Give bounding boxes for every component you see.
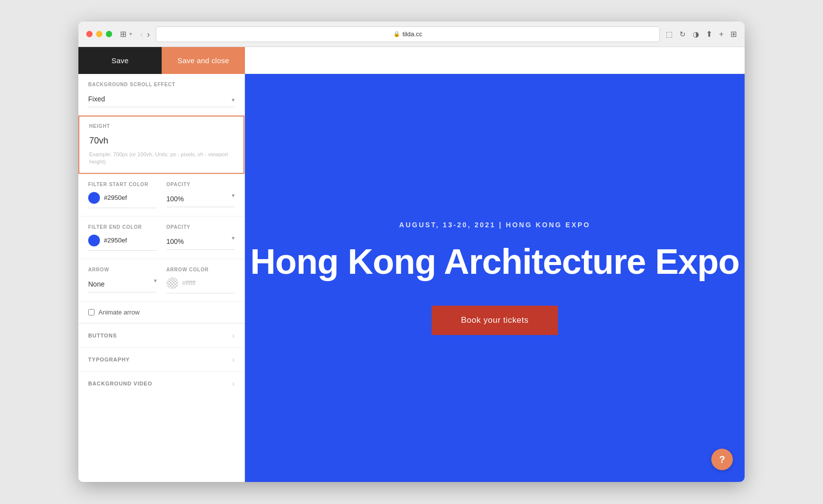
filter-start-row: FILTER START COLOR #2950ef OPACITY 100% … <box>88 182 235 208</box>
address-bar[interactable]: 🔒 tilda.cc <box>156 26 660 42</box>
filter-end-row: FILTER END COLOR #2950ef OPACITY 100% 90… <box>88 224 235 251</box>
save-close-button[interactable]: Save and close <box>162 47 245 74</box>
browser-window: ⊞ ▾ ‹ › 🔒 tilda.cc ⬚ ↻ ◑ ⬆ + ⊞ Save Save… <box>78 22 745 482</box>
filter-end-section: FILTER END COLOR #2950ef OPACITY 100% 90… <box>78 216 244 259</box>
height-hint: Example: 700px (or 100vh. Units: px - pi… <box>89 151 234 166</box>
sidebar-toggle-icon[interactable]: ⊞ <box>120 29 126 39</box>
arrow-row: ARROW None Arrow 1 Arrow 2 ▾ ARROW COLOR <box>88 267 235 293</box>
arrow-color-input: #ffffff <box>167 277 235 293</box>
nav-buttons: ‹ › <box>140 30 150 39</box>
close-button[interactable] <box>86 31 93 37</box>
filter-end-label: FILTER END COLOR <box>88 224 157 230</box>
preview-area: AUGUST, 13-20, 2021 | HONG KONG EXPO Hon… <box>245 74 745 482</box>
buttons-section-label: BUTTONS <box>88 333 117 338</box>
forward-button[interactable]: › <box>147 30 150 39</box>
animate-arrow-label: Animate arrow <box>98 309 140 316</box>
bg-video-chevron-icon: › <box>232 380 235 387</box>
contrast-icon[interactable]: ◑ <box>693 30 699 39</box>
animate-arrow-checkbox[interactable] <box>88 309 95 315</box>
filter-start-section: FILTER START COLOR #2950ef OPACITY 100% … <box>78 174 244 216</box>
arrow-color-label: ARROW COLOR <box>167 267 235 272</box>
typography-section-row[interactable]: TYPOGRAPHY › <box>78 347 244 371</box>
arrow-label: ARROW <box>88 267 157 272</box>
chevron-down-icon[interactable]: ▾ <box>129 31 132 37</box>
height-section: HEIGHT Example: 700px (or 100vh. Units: … <box>78 116 244 174</box>
browser-titlebar: ⊞ ▾ ‹ › 🔒 tilda.cc ⬚ ↻ ◑ ⬆ + ⊞ <box>78 22 745 47</box>
arrow-color-hex: #ffffff <box>182 279 196 287</box>
filter-start-hex: #2950ef <box>104 194 157 201</box>
bg-video-section-row[interactable]: BACKGROUND VIDEO › <box>78 371 244 395</box>
bg-scroll-label: BACKGROUND SCROLL EFFECT <box>88 82 235 87</box>
filter-end-swatch[interactable] <box>88 235 100 246</box>
bg-scroll-select[interactable]: Fixed Parallax None <box>88 92 235 107</box>
refresh-icon[interactable]: ↻ <box>679 30 686 39</box>
new-tab-icon[interactable]: + <box>719 30 724 39</box>
expo-subtitle: AUGUST, 13-20, 2021 | HONG KONG EXPO <box>399 221 590 229</box>
save-button[interactable]: Save <box>78 47 162 74</box>
filter-start-color-input: #2950ef <box>88 192 157 208</box>
buttons-chevron-icon: › <box>232 332 235 339</box>
window-controls: ⊞ ▾ <box>120 29 132 39</box>
help-button[interactable]: ? <box>711 449 733 470</box>
arrow-section: ARROW None Arrow 1 Arrow 2 ▾ ARROW COLOR <box>78 259 244 302</box>
filter-start-opacity-label: OPACITY <box>167 182 235 187</box>
filter-start-swatch[interactable] <box>88 192 100 204</box>
animate-arrow-row: Animate arrow <box>78 302 244 323</box>
bg-scroll-section: BACKGROUND SCROLL EFFECT Fixed Parallax … <box>78 74 244 116</box>
bg-video-section-label: BACKGROUND VIDEO <box>88 381 152 386</box>
filter-end-opacity-label: OPACITY <box>167 224 235 230</box>
share-icon[interactable]: ⬆ <box>706 29 712 39</box>
editor-body: BACKGROUND SCROLL EFFECT Fixed Parallax … <box>78 74 745 482</box>
fullscreen-button[interactable] <box>106 31 112 37</box>
buttons-section-row[interactable]: BUTTONS › <box>78 323 244 347</box>
arrow-color-col: ARROW COLOR #ffffff <box>167 267 235 293</box>
expo-title: Hong Kong Architecture Expo <box>250 242 739 281</box>
arrow-color-swatch[interactable] <box>167 277 178 289</box>
back-button[interactable]: ‹ <box>140 30 143 39</box>
arrow-col: ARROW None Arrow 1 Arrow 2 ▾ <box>88 267 157 292</box>
traffic-lights <box>86 31 112 37</box>
filter-start-color-col: FILTER START COLOR #2950ef <box>88 182 157 208</box>
editor-toolbar: Save Save and close <box>78 47 745 74</box>
arrow-select[interactable]: None Arrow 1 Arrow 2 <box>88 277 157 292</box>
filter-start-label: FILTER START COLOR <box>88 182 157 187</box>
url-text: tilda.cc <box>403 30 422 38</box>
filter-start-opacity-col: OPACITY 100% 90% 80% ▾ <box>167 182 235 207</box>
filter-end-opacity-select[interactable]: 100% 90% 80% <box>167 235 235 250</box>
height-input[interactable] <box>89 134 234 149</box>
lock-icon: 🔒 <box>393 31 400 37</box>
browser-toolbar-right: ⬚ ↻ ◑ ⬆ + ⊞ <box>666 29 737 39</box>
book-tickets-button[interactable]: Book your tickets <box>432 306 558 335</box>
typography-chevron-icon: › <box>232 356 235 363</box>
grid-icon[interactable]: ⊞ <box>730 29 737 39</box>
bg-scroll-select-wrapper: Fixed Parallax None ▾ <box>88 92 235 107</box>
minimize-button[interactable] <box>96 31 102 37</box>
cast-icon[interactable]: ⬚ <box>666 30 673 39</box>
left-panel: BACKGROUND SCROLL EFFECT Fixed Parallax … <box>78 74 245 482</box>
filter-end-opacity-col: OPACITY 100% 90% 80% ▾ <box>167 224 235 250</box>
filter-end-color-col: FILTER END COLOR #2950ef <box>88 224 157 251</box>
filter-end-color-input: #2950ef <box>88 235 157 251</box>
typography-section-label: TYPOGRAPHY <box>88 357 130 362</box>
filter-start-opacity-select[interactable]: 100% 90% 80% <box>167 192 235 207</box>
height-label: HEIGHT <box>89 123 234 129</box>
filter-end-hex: #2950ef <box>104 237 157 244</box>
